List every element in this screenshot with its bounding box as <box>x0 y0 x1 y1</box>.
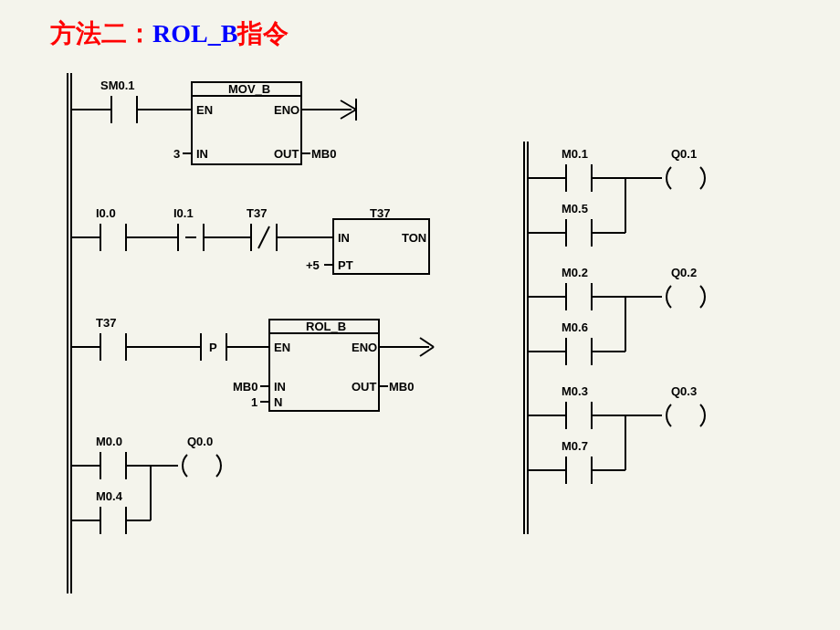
eno-label: ENO <box>274 103 299 117</box>
right-rung-2: M0.2 M0.6 Q0.2 <box>528 266 705 365</box>
title-red-1: 方法二： <box>50 19 152 47</box>
rung-3: T37 P ROL_B EN ENO IN OUT N MB0 1 MB0 <box>71 316 434 411</box>
ton-label: TON <box>402 231 426 245</box>
contact-label: I0.1 <box>173 206 194 220</box>
contact-m0.2: M0.2 <box>562 266 662 310</box>
contact-m0.3: M0.3 <box>562 384 662 429</box>
svg-line-43 <box>420 347 434 356</box>
contact-label: M0.4 <box>96 489 123 503</box>
contact-label: SM0.1 <box>100 79 135 92</box>
coil-label: Q0.3 <box>671 384 697 398</box>
timer-ref: T37 <box>370 206 390 220</box>
box-mov-b: MOV_B EN ENO IN OUT 3 MB0 <box>173 82 336 164</box>
rung-4: M0.0 M0.4 Q0.0 <box>71 435 221 534</box>
pt-label: PT <box>338 258 353 272</box>
rung-2: I0.0 I0.1 T37 T37 IN TON PT +5 <box>71 206 429 274</box>
box-title: ROL_B <box>306 320 346 333</box>
out-label: OUT <box>274 147 299 161</box>
contact-label: M0.3 <box>562 384 588 398</box>
contact-t37-nc: T37 <box>247 206 333 251</box>
coil-label: Q0.2 <box>671 266 697 279</box>
contact-i0.1: I0.1 <box>173 206 251 251</box>
contact-m0.0: M0.0 <box>96 435 178 479</box>
right-rung-3: M0.3 M0.7 Q0.3 <box>528 384 705 484</box>
contact-i0.0: I0.0 <box>96 206 178 251</box>
en-label: EN <box>274 341 290 354</box>
page-title: 方法二：ROL_B指令 <box>50 16 289 51</box>
in-label: IN <box>274 380 286 394</box>
contact-sm0.1: SM0.1 <box>100 79 192 123</box>
in-label: IN <box>338 231 350 245</box>
contact-label: T37 <box>96 316 116 330</box>
title-blue: ROL_B <box>152 19 237 47</box>
ladder-diagram-left: SM0.1 MOV_B EN ENO IN OUT 3 MB0 <box>50 73 488 593</box>
coil-q0.3: Q0.3 <box>667 384 705 426</box>
contact-label: M0.2 <box>562 266 588 279</box>
in-label: IN <box>196 147 208 161</box>
svg-line-42 <box>420 338 434 347</box>
out-label: OUT <box>352 380 377 394</box>
contact-m0.6: M0.6 <box>562 320 625 365</box>
ladder-diagram-right: M0.1 M0.5 Q0.1 M0.2 M0.6 <box>507 142 790 534</box>
box-title: MOV_B <box>228 82 270 96</box>
contact-p: P <box>201 333 269 361</box>
svg-line-13 <box>341 110 356 119</box>
coil-label: Q0.1 <box>671 147 697 161</box>
box-rol-b: ROL_B EN ENO IN OUT N MB0 1 MB0 <box>233 320 414 411</box>
p-label: P <box>209 341 217 354</box>
contact-label: M0.1 <box>562 147 588 161</box>
contact-t37: T37 <box>96 316 201 361</box>
n-val: 1 <box>251 395 257 409</box>
out-val: MB0 <box>389 380 414 394</box>
box-timer-t37: T37 IN TON PT +5 <box>306 206 429 274</box>
in-val: 3 <box>173 147 180 161</box>
coil-q0.1: Q0.1 <box>667 147 705 189</box>
svg-line-12 <box>341 100 356 110</box>
contact-label: M0.0 <box>96 435 122 448</box>
contact-m0.5: M0.5 <box>562 202 625 247</box>
contact-m0.7: M0.7 <box>562 439 625 484</box>
coil-label: Q0.0 <box>187 435 213 448</box>
pt-val: +5 <box>306 258 320 272</box>
contact-label: I0.0 <box>96 206 116 220</box>
title-red-2: 指令 <box>237 19 289 47</box>
contact-label: T37 <box>247 206 267 220</box>
contact-m0.4: M0.4 <box>96 489 151 534</box>
contact-label: M0.5 <box>562 202 588 215</box>
en-label: EN <box>196 103 213 117</box>
in-val: MB0 <box>233 380 257 394</box>
contact-m0.1: M0.1 <box>562 147 662 192</box>
contact-label: M0.6 <box>562 320 588 334</box>
coil-q0.0: Q0.0 <box>183 435 221 477</box>
n-label: N <box>274 395 282 409</box>
coil-q0.2: Q0.2 <box>667 266 705 308</box>
out-val: MB0 <box>311 147 336 161</box>
rung-1: SM0.1 MOV_B EN ENO IN OUT 3 MB0 <box>71 79 356 164</box>
eno-label: ENO <box>352 341 377 354</box>
svg-line-25 <box>258 226 269 248</box>
contact-label: M0.7 <box>562 439 588 453</box>
right-rung-1: M0.1 M0.5 Q0.1 <box>528 147 705 247</box>
